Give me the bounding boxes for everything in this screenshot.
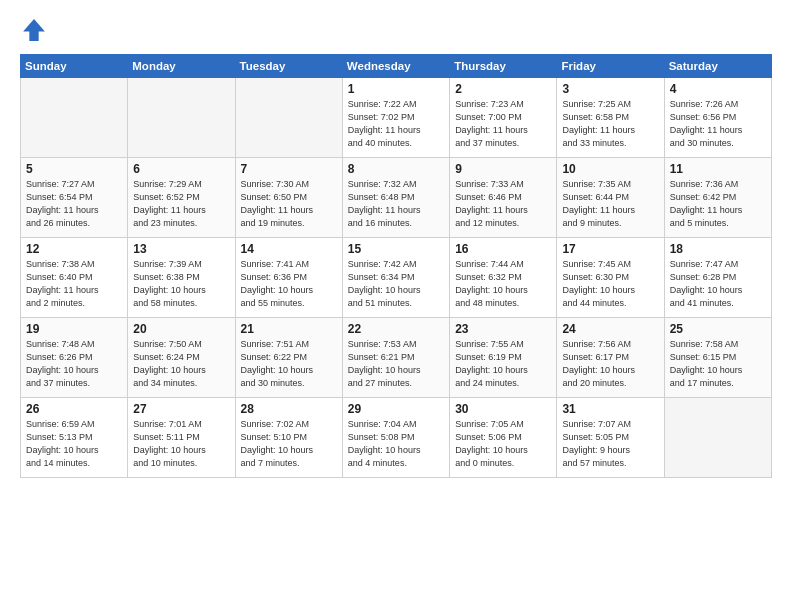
day-cell: 23Sunrise: 7:55 AM Sunset: 6:19 PM Dayli… [450, 318, 557, 398]
day-cell: 18Sunrise: 7:47 AM Sunset: 6:28 PM Dayli… [664, 238, 771, 318]
day-number: 26 [26, 402, 122, 416]
day-number: 1 [348, 82, 444, 96]
day-info: Sunrise: 7:42 AM Sunset: 6:34 PM Dayligh… [348, 258, 444, 310]
day-number: 30 [455, 402, 551, 416]
day-number: 12 [26, 242, 122, 256]
day-number: 3 [562, 82, 658, 96]
header [20, 16, 772, 44]
logo [20, 16, 52, 44]
day-number: 5 [26, 162, 122, 176]
day-info: Sunrise: 7:25 AM Sunset: 6:58 PM Dayligh… [562, 98, 658, 150]
day-number: 7 [241, 162, 337, 176]
day-info: Sunrise: 7:36 AM Sunset: 6:42 PM Dayligh… [670, 178, 766, 230]
day-info: Sunrise: 7:32 AM Sunset: 6:48 PM Dayligh… [348, 178, 444, 230]
day-number: 24 [562, 322, 658, 336]
day-cell: 25Sunrise: 7:58 AM Sunset: 6:15 PM Dayli… [664, 318, 771, 398]
day-number: 6 [133, 162, 229, 176]
day-cell: 21Sunrise: 7:51 AM Sunset: 6:22 PM Dayli… [235, 318, 342, 398]
day-info: Sunrise: 7:23 AM Sunset: 7:00 PM Dayligh… [455, 98, 551, 150]
day-cell: 22Sunrise: 7:53 AM Sunset: 6:21 PM Dayli… [342, 318, 449, 398]
day-number: 27 [133, 402, 229, 416]
day-cell: 1Sunrise: 7:22 AM Sunset: 7:02 PM Daylig… [342, 78, 449, 158]
week-row-5: 26Sunrise: 6:59 AM Sunset: 5:13 PM Dayli… [21, 398, 772, 478]
day-cell [21, 78, 128, 158]
day-cell: 12Sunrise: 7:38 AM Sunset: 6:40 PM Dayli… [21, 238, 128, 318]
day-cell: 10Sunrise: 7:35 AM Sunset: 6:44 PM Dayli… [557, 158, 664, 238]
day-cell: 13Sunrise: 7:39 AM Sunset: 6:38 PM Dayli… [128, 238, 235, 318]
day-info: Sunrise: 7:26 AM Sunset: 6:56 PM Dayligh… [670, 98, 766, 150]
day-info: Sunrise: 7:53 AM Sunset: 6:21 PM Dayligh… [348, 338, 444, 390]
day-cell: 17Sunrise: 7:45 AM Sunset: 6:30 PM Dayli… [557, 238, 664, 318]
day-cell: 3Sunrise: 7:25 AM Sunset: 6:58 PM Daylig… [557, 78, 664, 158]
day-cell: 15Sunrise: 7:42 AM Sunset: 6:34 PM Dayli… [342, 238, 449, 318]
week-row-4: 19Sunrise: 7:48 AM Sunset: 6:26 PM Dayli… [21, 318, 772, 398]
day-number: 13 [133, 242, 229, 256]
day-cell: 29Sunrise: 7:04 AM Sunset: 5:08 PM Dayli… [342, 398, 449, 478]
day-number: 18 [670, 242, 766, 256]
header-row: SundayMondayTuesdayWednesdayThursdayFrid… [21, 55, 772, 78]
day-cell: 19Sunrise: 7:48 AM Sunset: 6:26 PM Dayli… [21, 318, 128, 398]
day-info: Sunrise: 7:41 AM Sunset: 6:36 PM Dayligh… [241, 258, 337, 310]
day-info: Sunrise: 7:04 AM Sunset: 5:08 PM Dayligh… [348, 418, 444, 470]
day-cell: 24Sunrise: 7:56 AM Sunset: 6:17 PM Dayli… [557, 318, 664, 398]
week-row-2: 5Sunrise: 7:27 AM Sunset: 6:54 PM Daylig… [21, 158, 772, 238]
column-header-tuesday: Tuesday [235, 55, 342, 78]
svg-marker-0 [23, 19, 45, 41]
day-info: Sunrise: 7:35 AM Sunset: 6:44 PM Dayligh… [562, 178, 658, 230]
day-info: Sunrise: 7:44 AM Sunset: 6:32 PM Dayligh… [455, 258, 551, 310]
day-number: 20 [133, 322, 229, 336]
day-info: Sunrise: 7:48 AM Sunset: 6:26 PM Dayligh… [26, 338, 122, 390]
calendar-table: SundayMondayTuesdayWednesdayThursdayFrid… [20, 54, 772, 478]
day-cell: 20Sunrise: 7:50 AM Sunset: 6:24 PM Dayli… [128, 318, 235, 398]
day-info: Sunrise: 7:58 AM Sunset: 6:15 PM Dayligh… [670, 338, 766, 390]
day-cell [235, 78, 342, 158]
day-number: 19 [26, 322, 122, 336]
day-number: 16 [455, 242, 551, 256]
column-header-thursday: Thursday [450, 55, 557, 78]
column-header-wednesday: Wednesday [342, 55, 449, 78]
week-row-1: 1Sunrise: 7:22 AM Sunset: 7:02 PM Daylig… [21, 78, 772, 158]
day-cell: 28Sunrise: 7:02 AM Sunset: 5:10 PM Dayli… [235, 398, 342, 478]
day-number: 25 [670, 322, 766, 336]
day-number: 4 [670, 82, 766, 96]
week-row-3: 12Sunrise: 7:38 AM Sunset: 6:40 PM Dayli… [21, 238, 772, 318]
day-info: Sunrise: 7:30 AM Sunset: 6:50 PM Dayligh… [241, 178, 337, 230]
day-cell: 11Sunrise: 7:36 AM Sunset: 6:42 PM Dayli… [664, 158, 771, 238]
calendar-header: SundayMondayTuesdayWednesdayThursdayFrid… [21, 55, 772, 78]
day-number: 15 [348, 242, 444, 256]
day-cell: 4Sunrise: 7:26 AM Sunset: 6:56 PM Daylig… [664, 78, 771, 158]
day-info: Sunrise: 7:56 AM Sunset: 6:17 PM Dayligh… [562, 338, 658, 390]
day-info: Sunrise: 7:27 AM Sunset: 6:54 PM Dayligh… [26, 178, 122, 230]
day-info: Sunrise: 7:02 AM Sunset: 5:10 PM Dayligh… [241, 418, 337, 470]
day-cell: 26Sunrise: 6:59 AM Sunset: 5:13 PM Dayli… [21, 398, 128, 478]
day-number: 23 [455, 322, 551, 336]
day-cell [128, 78, 235, 158]
day-info: Sunrise: 7:55 AM Sunset: 6:19 PM Dayligh… [455, 338, 551, 390]
day-number: 22 [348, 322, 444, 336]
day-info: Sunrise: 7:39 AM Sunset: 6:38 PM Dayligh… [133, 258, 229, 310]
day-info: Sunrise: 7:01 AM Sunset: 5:11 PM Dayligh… [133, 418, 229, 470]
day-number: 28 [241, 402, 337, 416]
day-info: Sunrise: 7:45 AM Sunset: 6:30 PM Dayligh… [562, 258, 658, 310]
day-cell: 9Sunrise: 7:33 AM Sunset: 6:46 PM Daylig… [450, 158, 557, 238]
day-info: Sunrise: 7:07 AM Sunset: 5:05 PM Dayligh… [562, 418, 658, 470]
column-header-saturday: Saturday [664, 55, 771, 78]
day-info: Sunrise: 6:59 AM Sunset: 5:13 PM Dayligh… [26, 418, 122, 470]
column-header-friday: Friday [557, 55, 664, 78]
day-cell [664, 398, 771, 478]
day-number: 21 [241, 322, 337, 336]
column-header-sunday: Sunday [21, 55, 128, 78]
day-cell: 30Sunrise: 7:05 AM Sunset: 5:06 PM Dayli… [450, 398, 557, 478]
page: SundayMondayTuesdayWednesdayThursdayFrid… [0, 0, 792, 494]
day-number: 8 [348, 162, 444, 176]
day-info: Sunrise: 7:51 AM Sunset: 6:22 PM Dayligh… [241, 338, 337, 390]
logo-icon [20, 16, 48, 44]
day-info: Sunrise: 7:50 AM Sunset: 6:24 PM Dayligh… [133, 338, 229, 390]
day-number: 11 [670, 162, 766, 176]
day-cell: 7Sunrise: 7:30 AM Sunset: 6:50 PM Daylig… [235, 158, 342, 238]
day-info: Sunrise: 7:22 AM Sunset: 7:02 PM Dayligh… [348, 98, 444, 150]
day-info: Sunrise: 7:05 AM Sunset: 5:06 PM Dayligh… [455, 418, 551, 470]
day-info: Sunrise: 7:33 AM Sunset: 6:46 PM Dayligh… [455, 178, 551, 230]
day-info: Sunrise: 7:47 AM Sunset: 6:28 PM Dayligh… [670, 258, 766, 310]
calendar-body: 1Sunrise: 7:22 AM Sunset: 7:02 PM Daylig… [21, 78, 772, 478]
